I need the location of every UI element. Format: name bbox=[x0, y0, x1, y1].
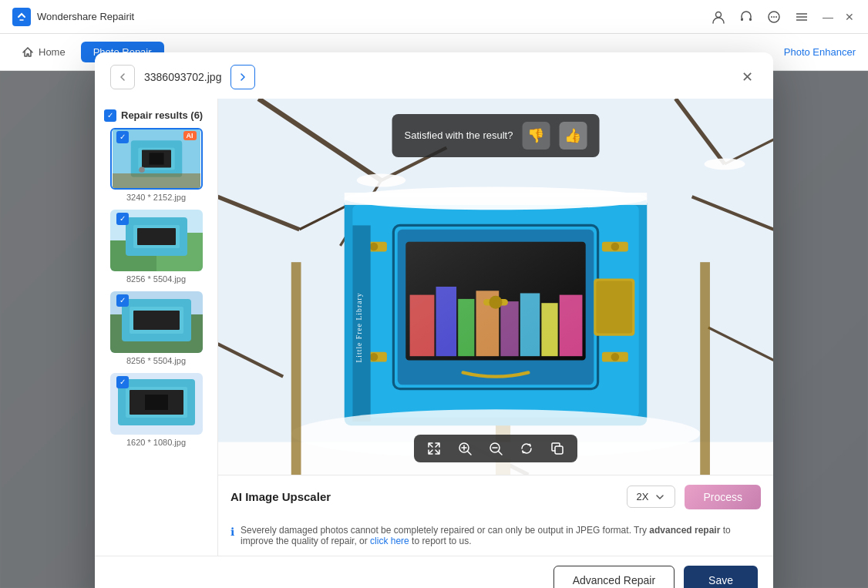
thumb-label-2: 8256 * 5504.jpg bbox=[101, 274, 211, 284]
thumb-label-4: 1620 * 1080.jpg bbox=[101, 438, 211, 447]
svg-point-5 bbox=[771, 16, 772, 18]
satisfaction-text: Satisfied with the result? bbox=[405, 129, 513, 141]
modal-overlay: 3386093702.jpg ✕ ✓ bbox=[0, 71, 868, 588]
click-here-link[interactable]: click here bbox=[370, 536, 409, 546]
headset-icon[interactable] bbox=[738, 9, 754, 25]
scale-select[interactable]: 2X bbox=[627, 486, 676, 508]
results-label: Repair results (6) bbox=[121, 109, 203, 121]
title-bar-right: — ✕ bbox=[711, 9, 856, 25]
svg-rect-15 bbox=[149, 153, 163, 164]
main-content: 3386093702.jpg ✕ ✓ bbox=[0, 71, 868, 588]
svg-rect-33 bbox=[145, 395, 168, 410]
svg-rect-23 bbox=[137, 228, 176, 245]
svg-rect-54 bbox=[345, 193, 648, 205]
upscaler-label: AI Image Upscaler bbox=[230, 490, 331, 503]
svg-point-72 bbox=[611, 242, 620, 250]
info-text: Severely damaged photos cannot be comple… bbox=[241, 525, 761, 546]
menu-icon[interactable] bbox=[794, 9, 809, 25]
title-bar-left: Wondershare Repairit bbox=[12, 8, 134, 26]
process-button[interactable]: Process bbox=[685, 485, 761, 509]
thumbs-up-button[interactable]: 👍 bbox=[559, 122, 587, 150]
window-controls: — ✕ bbox=[822, 11, 856, 23]
expand-icon[interactable] bbox=[426, 441, 442, 456]
svg-rect-83 bbox=[291, 262, 301, 475]
modal-navigation: 3386093702.jpg bbox=[110, 65, 255, 89]
rotate-icon[interactable] bbox=[519, 441, 534, 456]
svg-point-68 bbox=[370, 242, 378, 250]
svg-rect-3 bbox=[749, 18, 752, 21]
thumbnail-item-3[interactable]: ✓ bbox=[101, 291, 211, 365]
select-all-checkbox[interactable]: ✓ bbox=[104, 109, 116, 122]
thumb-checkbox-1[interactable]: ✓ bbox=[116, 131, 129, 143]
svg-point-7 bbox=[775, 16, 777, 18]
svg-line-90 bbox=[499, 451, 503, 455]
app-window: Wondershare Repairit bbox=[0, 0, 868, 588]
zoom-in-icon[interactable] bbox=[457, 441, 473, 456]
modal-header: 3386093702.jpg ✕ bbox=[95, 52, 773, 99]
app-title: Wondershare Repairit bbox=[37, 11, 134, 22]
svg-rect-92 bbox=[555, 446, 563, 454]
advanced-repair-button[interactable]: Advanced Repair bbox=[553, 566, 675, 589]
svg-point-1 bbox=[716, 12, 722, 17]
thumbnail-item-1[interactable]: ✓ AI bbox=[101, 128, 211, 202]
home-tab[interactable]: Home bbox=[12, 42, 75, 63]
svg-rect-2 bbox=[741, 18, 743, 21]
image-toolbar bbox=[414, 435, 577, 462]
ai-badge-1: AI bbox=[183, 131, 197, 140]
results-header: ✓ Repair results (6) bbox=[101, 105, 211, 128]
copy-icon[interactable] bbox=[550, 441, 565, 456]
thumb-label-1: 3240 * 2152.jpg bbox=[101, 193, 211, 202]
info-bar: ℹ Severely damaged photos cannot be comp… bbox=[218, 519, 773, 556]
thumb-checkbox-2[interactable]: ✓ bbox=[116, 213, 129, 225]
svg-rect-84 bbox=[700, 262, 710, 475]
modal-body: ✓ Repair results (6) ✓ AI bbox=[95, 99, 773, 556]
title-bar: Wondershare Repairit bbox=[0, 0, 868, 34]
thumb-label-3: 8256 * 5504.jpg bbox=[101, 356, 211, 365]
photo-enhancer-button[interactable]: Photo Enhancer bbox=[784, 46, 856, 58]
thumb-checkbox-3[interactable]: ✓ bbox=[116, 294, 129, 307]
svg-point-74 bbox=[611, 352, 620, 361]
svg-rect-17 bbox=[113, 173, 200, 188]
image-panel: Little Free Library bbox=[218, 99, 773, 556]
svg-point-47 bbox=[357, 173, 406, 186]
svg-point-70 bbox=[370, 352, 378, 361]
svg-rect-0 bbox=[15, 11, 28, 23]
svg-point-16 bbox=[139, 166, 145, 173]
svg-point-6 bbox=[773, 16, 775, 18]
modal-footer: Advanced Repair Save bbox=[95, 556, 773, 589]
chat-icon[interactable] bbox=[766, 9, 782, 25]
account-icon[interactable] bbox=[711, 9, 726, 25]
satisfaction-bar: Satisfied with the result? 👎 👍 bbox=[392, 114, 600, 157]
prev-button[interactable] bbox=[110, 65, 135, 89]
thumb-checkbox-4[interactable]: ✓ bbox=[116, 376, 129, 388]
save-button[interactable]: Save bbox=[684, 566, 758, 589]
close-button[interactable]: ✕ bbox=[843, 11, 856, 23]
thumbnail-item-4[interactable]: ✓ bbox=[101, 373, 211, 447]
svg-rect-28 bbox=[133, 311, 180, 330]
minimize-button[interactable]: — bbox=[822, 11, 834, 23]
thumbnails-panel: ✓ Repair results (6) ✓ AI bbox=[95, 99, 218, 556]
svg-point-76 bbox=[490, 295, 503, 308]
repair-results-modal: 3386093702.jpg ✕ ✓ bbox=[95, 52, 773, 589]
modal-close-button[interactable]: ✕ bbox=[736, 66, 758, 88]
upscaler-section: AI Image Upscaler 2X Process bbox=[218, 475, 773, 519]
svg-rect-78 bbox=[596, 281, 632, 333]
info-icon: ℹ bbox=[230, 526, 234, 538]
thumbnail-item-2[interactable]: ✓ bbox=[101, 210, 211, 284]
next-button[interactable] bbox=[230, 65, 255, 89]
svg-line-86 bbox=[468, 451, 472, 455]
app-logo bbox=[12, 8, 31, 26]
image-container: Little Free Library bbox=[218, 99, 773, 475]
svg-point-48 bbox=[705, 158, 745, 170]
thumbs-down-button[interactable]: 👎 bbox=[522, 122, 550, 150]
zoom-out-icon[interactable] bbox=[488, 441, 503, 456]
svg-text:Little Free Library: Little Free Library bbox=[355, 292, 363, 362]
modal-filename: 3386093702.jpg bbox=[144, 71, 221, 83]
